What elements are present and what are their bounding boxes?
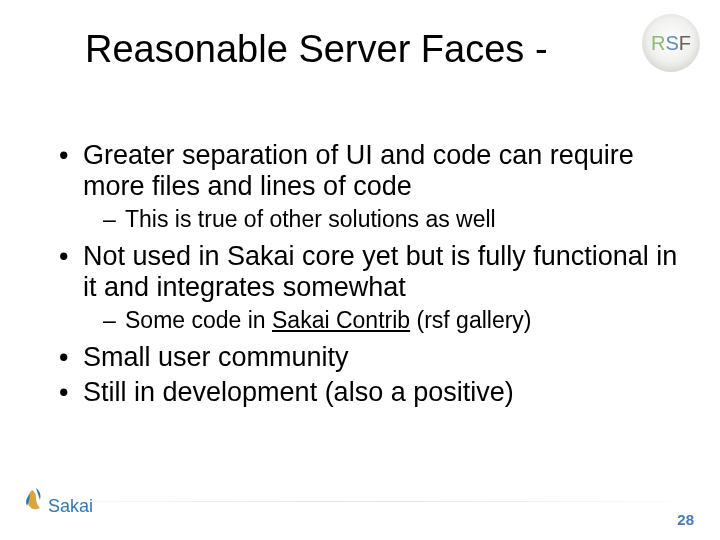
slide: RSF Reasonable Server Faces - Greater se… xyxy=(0,0,720,540)
bullet-subitem: Some code in Sakai Contrib (rsf gallery) xyxy=(55,307,680,334)
bullet-item: Greater separation of UI and code can re… xyxy=(55,140,680,202)
bullet-item: Small user community xyxy=(55,342,680,373)
slide-content: Greater separation of UI and code can re… xyxy=(55,140,680,413)
bullet-text-prefix: Some code in xyxy=(125,307,272,333)
sakai-logo-text: Sakai xyxy=(48,496,93,516)
slide-title: Reasonable Server Faces - xyxy=(85,28,548,71)
bullet-text-suffix: (rsf gallery) xyxy=(410,307,531,333)
sakai-logo-icon: Sakai xyxy=(22,486,100,522)
bullet-subitem: This is true of other solutions as well xyxy=(55,206,680,233)
svg-text:RSF: RSF xyxy=(651,32,691,54)
page-number: 28 xyxy=(677,511,694,528)
bullet-item: Still in development (also a positive) xyxy=(55,377,680,408)
bullet-item: Not used in Sakai core yet but is fully … xyxy=(55,241,680,303)
sakai-contrib-link[interactable]: Sakai Contrib xyxy=(272,307,410,333)
footer-divider xyxy=(0,501,720,502)
rsf-logo-icon: RSF xyxy=(640,12,702,74)
